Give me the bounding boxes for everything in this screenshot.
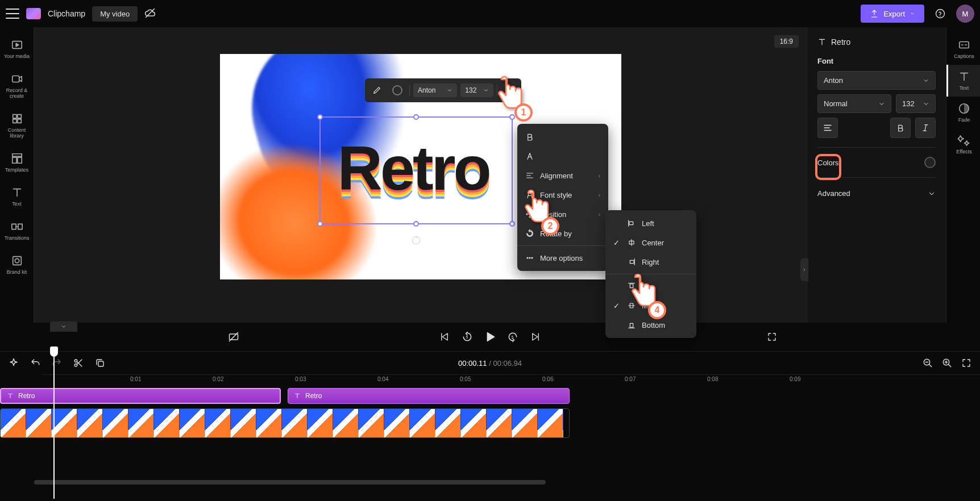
panel-bold-button[interactable] xyxy=(890,118,911,138)
submenu-left[interactable]: Left xyxy=(605,214,696,233)
rightbar-effects[interactable]: Effects xyxy=(946,128,980,160)
sidebar-templates[interactable]: Templates xyxy=(0,147,34,178)
zoom-in-button[interactable] xyxy=(941,357,953,369)
text-selection-box[interactable]: Retro xyxy=(319,116,513,224)
position-icon xyxy=(525,210,534,219)
collapse-timeline[interactable] xyxy=(50,322,77,332)
expand-right-panel[interactable] xyxy=(800,258,808,281)
resize-handle-tm[interactable] xyxy=(413,114,419,120)
sidebar-record[interactable]: Record & create xyxy=(0,67,34,105)
split-button[interactable] xyxy=(73,357,84,369)
ruler-tick: 0:08 xyxy=(707,376,718,382)
aspect-ratio-badge[interactable]: 16:9 xyxy=(774,35,799,48)
menu-position[interactable]: Position › xyxy=(517,204,608,224)
zoom-fit-button[interactable] xyxy=(961,357,972,369)
panel-font-dropdown[interactable]: Anton xyxy=(817,71,936,90)
text-context-menu: Alignment › Font style › Position › Rota… xyxy=(517,124,608,271)
ruler-tick: 0:02 xyxy=(213,376,223,382)
text-clip-2[interactable]: Retro xyxy=(288,388,570,404)
fade-icon xyxy=(958,102,970,115)
more-options-button[interactable] xyxy=(501,82,518,99)
menu-bold[interactable] xyxy=(517,127,608,147)
captions-toggle[interactable] xyxy=(227,331,240,343)
color-button[interactable] xyxy=(389,82,406,99)
sidebar-content-library[interactable]: Content library xyxy=(0,107,34,144)
scrollbar-thumb[interactable] xyxy=(34,480,546,485)
menu-font-style[interactable]: Font style › xyxy=(517,185,608,204)
redo-button[interactable] xyxy=(51,357,63,369)
align-icon xyxy=(525,171,534,180)
sidebar-transitions[interactable]: Transitions xyxy=(0,215,34,247)
submenu-label: Bottom xyxy=(642,321,665,329)
svg-point-22 xyxy=(527,257,528,258)
forward-5-button[interactable]: 5 xyxy=(506,331,519,343)
rightbar-fade[interactable]: Fade xyxy=(946,97,980,128)
resize-handle-tl[interactable] xyxy=(317,114,323,120)
panel-italic-button[interactable] xyxy=(915,118,936,138)
brand-icon xyxy=(11,254,23,267)
fontsize-dropdown[interactable]: 132 xyxy=(460,84,493,97)
fullscreen-button[interactable] xyxy=(766,331,778,343)
resize-handle-tr[interactable] xyxy=(509,114,515,120)
panel-size-dropdown[interactable]: 132 xyxy=(896,94,936,113)
video-title[interactable]: My video xyxy=(92,6,138,22)
text-clip-1[interactable]: Retro xyxy=(0,388,281,404)
menu-rotate[interactable]: Rotate by xyxy=(517,224,608,243)
menu-button[interactable] xyxy=(6,7,19,20)
svg-point-23 xyxy=(529,257,530,258)
auto-button[interactable] xyxy=(8,357,19,369)
sync-off-icon xyxy=(144,7,156,20)
resize-handle-bm[interactable] xyxy=(413,221,419,227)
help-button[interactable] xyxy=(931,5,949,23)
export-button[interactable]: Export xyxy=(861,5,924,23)
duration-time: 00:06.94 xyxy=(493,359,522,368)
next-frame-button[interactable] xyxy=(529,331,542,343)
timeline-ruler[interactable]: 0:01 0:02 0:03 0:04 0:05 0:06 0:07 0:08 … xyxy=(42,374,980,388)
svg-point-17 xyxy=(509,90,510,91)
sidebar-your-media[interactable]: Your media xyxy=(0,33,34,65)
advanced-section[interactable]: Advanced xyxy=(817,187,936,200)
submenu-right[interactable]: Right xyxy=(605,252,696,272)
svg-rect-7 xyxy=(17,119,20,123)
resize-handle-bl[interactable] xyxy=(317,221,323,227)
menu-alignment[interactable]: Alignment › xyxy=(517,166,608,185)
svg-rect-3 xyxy=(12,76,19,82)
edit-text-button[interactable] xyxy=(368,82,385,99)
expand-icon xyxy=(767,332,777,342)
panel-weight-dropdown[interactable]: Normal xyxy=(817,94,891,113)
panel-align-button[interactable] xyxy=(817,118,838,138)
video-clip[interactable] xyxy=(0,408,570,438)
submenu-center[interactable]: ✓ Center xyxy=(605,233,696,252)
prev-frame-button[interactable] xyxy=(438,331,451,343)
undo-button[interactable] xyxy=(30,357,41,369)
submenu-bottom[interactable]: Bottom xyxy=(605,315,696,335)
horizontal-scrollbar[interactable] xyxy=(0,479,980,486)
rewind-5-button[interactable]: 5 xyxy=(461,331,474,343)
submenu-middle[interactable]: ✓ Middle xyxy=(605,296,696,315)
svg-text:5: 5 xyxy=(466,335,468,339)
font-dropdown[interactable]: Anton xyxy=(413,84,457,97)
chevron-down-icon xyxy=(447,87,452,93)
submenu-top[interactable]: Top xyxy=(605,277,696,296)
sidebar-text[interactable]: Text xyxy=(0,181,34,212)
rightbar-captions[interactable]: Captions xyxy=(946,33,980,65)
sidebar-brand-kit[interactable]: Brand kit xyxy=(0,249,34,281)
clip-label: Retro xyxy=(18,392,35,400)
color-swatch[interactable] xyxy=(924,157,936,168)
resize-handle-br[interactable] xyxy=(509,221,515,227)
duplicate-button[interactable] xyxy=(94,357,106,369)
scissors-icon xyxy=(73,358,84,368)
rotate-handle[interactable] xyxy=(410,235,422,246)
ruler-tick: 0:04 xyxy=(377,376,388,382)
play-button[interactable] xyxy=(484,331,496,343)
rightbar-text[interactable]: Text xyxy=(946,65,980,97)
rightbar-label: Fade xyxy=(958,117,970,123)
menu-font[interactable] xyxy=(517,147,608,166)
submenu-label: Middle xyxy=(642,302,663,310)
svg-rect-4 xyxy=(13,115,16,118)
sidebar-label: Transitions xyxy=(5,235,30,241)
zoom-out-button[interactable] xyxy=(922,357,933,369)
user-avatar[interactable]: M xyxy=(956,5,974,23)
menu-more-options[interactable]: More options xyxy=(517,248,608,268)
ellipsis-icon xyxy=(525,253,534,262)
